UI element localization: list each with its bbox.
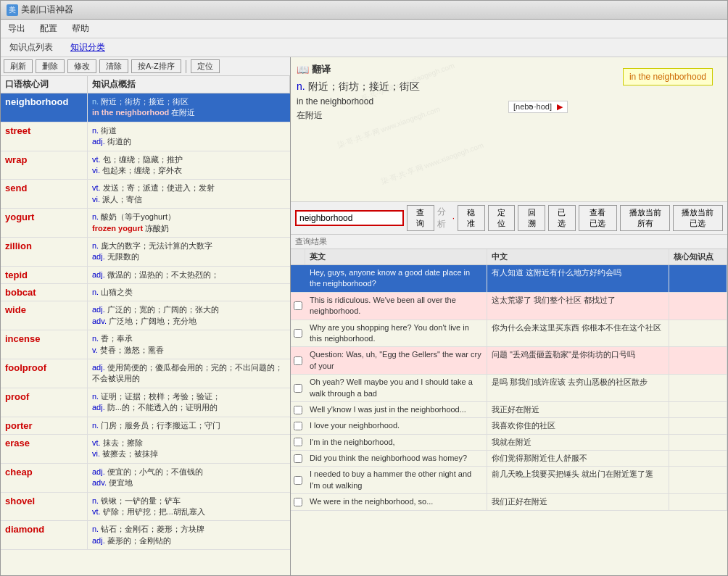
- right-panel: 📖 翻译 n. 附近；街坊；接近；街区 in the neighborhood …: [291, 57, 727, 575]
- btn-locate2[interactable]: 定位: [488, 205, 516, 231]
- checkbox-input[interactable]: [294, 356, 302, 365]
- results-table[interactable]: Hey, guys, anyone know a good date place…: [291, 265, 727, 575]
- tab-knowledge-list[interactable]: 知识点列表: [4, 40, 59, 55]
- checkbox-input[interactable]: [294, 329, 302, 338]
- word-row[interactable]: tepidadj. 微温的；温热的；不太热烈的；: [1, 267, 290, 284]
- btn-play-selected[interactable]: 播放当前已选: [673, 205, 723, 231]
- result-checkbox[interactable]: [291, 435, 305, 450]
- result-en: I love your neighborhood.: [305, 418, 487, 433]
- result-checkbox[interactable]: [291, 467, 305, 493]
- def-cell: adj. 微温的；温热的；不太热烈的；: [88, 267, 290, 283]
- btn-view-selected[interactable]: 查看已选: [579, 205, 617, 231]
- result-checkbox[interactable]: [291, 347, 305, 374]
- result-cn: 这太荒谬了 我们整个社区 都找过了: [487, 293, 669, 320]
- word-cell: neighborhood: [1, 93, 88, 122]
- word-row[interactable]: incensen. 香；奉承v. 焚香；激怒；熏香: [1, 330, 290, 359]
- def-cell: n. 街道adj. 街道的: [88, 122, 290, 151]
- word-cell: yogurt: [1, 209, 88, 237]
- results-header-cn: 中文: [487, 249, 669, 264]
- result-row[interactable]: Did you think the neighborhood was homey…: [291, 451, 727, 467]
- word-row[interactable]: portern. 门房；服务员；行李搬运工；守门: [1, 417, 290, 435]
- btn-selected[interactable]: 已选: [548, 205, 576, 231]
- word-cell: diamond: [1, 521, 88, 549]
- word-cell: wrap: [1, 151, 88, 180]
- menu-help[interactable]: 帮助: [67, 21, 94, 36]
- btn-delete[interactable]: 删除: [36, 59, 65, 73]
- checkbox-input[interactable]: [294, 498, 302, 506]
- checkbox-input[interactable]: [294, 438, 302, 446]
- def-cell: adj. 使用简便的；傻瓜都会用的；完的；不出问题的；不会被误用的: [88, 359, 290, 388]
- menu-export[interactable]: 导出: [4, 21, 30, 36]
- menu-config[interactable]: 配置: [36, 21, 62, 36]
- result-en: We were in the neighborhood, so...: [305, 494, 487, 509]
- result-checkbox[interactable]: [291, 418, 305, 433]
- btn-precise[interactable]: 稳准: [458, 205, 485, 231]
- checkbox-input[interactable]: [294, 476, 302, 485]
- result-row[interactable]: We were in the neighborhood, so...我们正好在附…: [291, 494, 727, 510]
- def-cell: adj. 广泛的；宽的；广阔的；张大的adv. 广泛地；广阔地；充分地: [88, 301, 290, 330]
- result-core: [669, 451, 727, 466]
- btn-search-query[interactable]: 查询: [407, 205, 434, 231]
- result-checkbox[interactable]: [291, 402, 305, 417]
- result-en: Hey, guys, anyone know a good date place…: [305, 265, 487, 292]
- result-row[interactable]: Well y'know I was just in the neighborho…: [291, 402, 727, 418]
- word-row[interactable]: erasevt. 抹去；擦除vi. 被擦去；被抹掉: [1, 435, 290, 464]
- btn-play-all[interactable]: 播放当前所有: [620, 205, 670, 231]
- btn-locate[interactable]: 定位: [191, 59, 220, 73]
- word-row[interactable]: wrapvt. 包；缠绕；隐藏；推护vi. 包起来；缠绕；穿外衣: [1, 151, 290, 180]
- main-content: 刷新 删除 修改 清除 按A-Z排序 定位 口语核心词 知识点概括 neighb…: [1, 57, 727, 575]
- btn-sort[interactable]: 按A-Z排序: [131, 59, 181, 73]
- word-row[interactable]: yogurtn. 酸奶（等于yoghurt）frozen yogurt 冻酸奶: [1, 209, 290, 238]
- result-checkbox[interactable]: [291, 375, 305, 401]
- result-row[interactable]: Hey, guys, anyone know a good date place…: [291, 265, 727, 293]
- search-input[interactable]: [295, 210, 404, 226]
- trans-icon: 📖: [297, 64, 309, 75]
- result-row[interactable]: I'm in the neighborhood,我就在附近: [291, 435, 727, 451]
- word-row[interactable]: cheapadj. 便宜的；小气的；不值钱的adv. 便宜地: [1, 464, 290, 493]
- word-row[interactable]: shoveln. 铁锹；一铲的量；铲车vt. 铲除；用铲挖；把...胡乱塞入: [1, 493, 290, 522]
- word-list[interactable]: neighborhoodn. 附近；街坊；接近；街区in the neighbo…: [1, 93, 290, 575]
- word-row[interactable]: zillionn. 庞大的数字；无法计算的大数字adj. 无限数的: [1, 238, 290, 267]
- phonetic-display: [nebə·hod] ▶: [508, 101, 568, 113]
- word-row[interactable]: sendvt. 发送；寄；派遣；使进入；发射vi. 派人；寄信: [1, 180, 290, 209]
- result-checkbox[interactable]: [291, 494, 305, 509]
- word-row[interactable]: proofn. 证明；证据；校样；考验；验证；adj. 防...的；不能透入的；…: [1, 388, 290, 417]
- phonetic-text: [nebə·hod]: [513, 102, 552, 111]
- btn-recall[interactable]: 回溯: [518, 205, 545, 231]
- result-checkbox[interactable]: [291, 451, 305, 466]
- result-row[interactable]: Oh yeah? Well maybe you and I should tak…: [291, 375, 727, 402]
- result-core: [669, 265, 727, 292]
- result-cn: 前几天晚上我要买把锤头 就出门在附近逛了逛: [487, 467, 669, 493]
- def-cell: vt. 包；缠绕；隐藏；推护vi. 包起来；缠绕；穿外衣: [88, 151, 290, 180]
- result-en: Did you think the neighborhood was homey…: [305, 451, 487, 466]
- word-cell: foolproof: [1, 359, 88, 388]
- tab-knowledge-category[interactable]: 知识分类: [65, 40, 111, 55]
- def-cell: n. 铁锹；一铲的量；铲车vt. 铲除；用铲挖；把...胡乱塞入: [88, 493, 290, 521]
- result-row[interactable]: I love your neighborhood.我喜欢你住的社区: [291, 418, 727, 434]
- checkbox-input[interactable]: [294, 406, 302, 414]
- checkbox-input[interactable]: [294, 454, 302, 463]
- result-checkbox[interactable]: [291, 320, 305, 347]
- word-row[interactable]: wideadj. 广泛的；宽的；广阔的；张大的adv. 广泛地；广阔地；充分地: [1, 301, 290, 330]
- trans-title: 翻译: [312, 63, 331, 76]
- result-row[interactable]: Question: Was, uh, "Egg the Gellers" the…: [291, 347, 727, 375]
- btn-refresh[interactable]: 刷新: [4, 59, 33, 73]
- word-row[interactable]: streetn. 街道adj. 街道的: [1, 122, 290, 151]
- word-row[interactable]: neighborhoodn. 附近；街坊；接近；街区in the neighbo…: [1, 93, 290, 122]
- checkbox-input[interactable]: [294, 422, 302, 430]
- btn-modify[interactable]: 修改: [67, 59, 96, 73]
- word-cell: send: [1, 180, 88, 208]
- btn-clear[interactable]: 清除: [99, 59, 128, 73]
- word-row[interactable]: bobcatn. 山猫之类: [1, 284, 290, 301]
- checkbox-input[interactable]: [294, 384, 302, 393]
- list-header-word: 口语核心词: [1, 76, 88, 93]
- checkbox-input[interactable]: [294, 301, 302, 310]
- result-checkbox[interactable]: [291, 293, 305, 320]
- list-header-def: 知识点概括: [88, 76, 290, 93]
- result-row[interactable]: This is ridiculous. We've been all over …: [291, 293, 727, 320]
- result-row[interactable]: Why are you shopping here? You don't liv…: [291, 320, 727, 348]
- result-checkbox[interactable]: [291, 265, 305, 292]
- word-row[interactable]: diamondn. 钻石；金刚石；菱形；方块牌adj. 菱形的；金刚钻的: [1, 521, 290, 550]
- result-row[interactable]: I needed to buy a hammer the other night…: [291, 467, 727, 494]
- word-row[interactable]: foolproofadj. 使用简便的；傻瓜都会用的；完的；不出问题的；不会被误…: [1, 359, 290, 388]
